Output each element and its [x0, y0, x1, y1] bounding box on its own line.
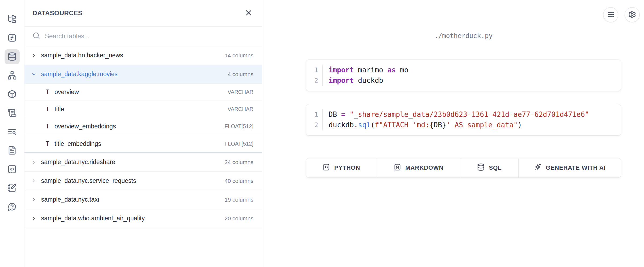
search-tables-input[interactable]	[45, 32, 254, 40]
settings-button[interactable]	[625, 7, 640, 22]
line-number: 1	[314, 65, 318, 75]
type-text-icon: T	[44, 88, 51, 96]
code-editor[interactable]: import marimo as mo import duckdb	[323, 65, 414, 86]
add-sql-cell-button[interactable]: SQL	[460, 158, 519, 177]
datasources-panel: DATASOURCES sample_data.hn.hacker_news 1…	[24, 0, 262, 267]
top-actions	[603, 7, 640, 22]
tables-list: sample_data.hn.hacker_news 14 columns sa…	[24, 46, 262, 267]
sidebar-item-dependencies[interactable]	[5, 68, 20, 83]
sidebar-item-logs[interactable]	[5, 106, 20, 121]
column-row-title[interactable]: T title VARCHAR	[24, 101, 262, 118]
type-text-icon: T	[44, 123, 51, 130]
notebook-pen-icon	[8, 183, 17, 193]
code-line: DB = "_share/sample_data/23b0d623-1361-4…	[329, 109, 589, 120]
panel-title: DATASOURCES	[32, 9, 82, 17]
database-icon	[477, 163, 485, 173]
close-panel-button[interactable]	[244, 9, 253, 18]
hamburger-menu-icon	[607, 10, 615, 19]
message-question-icon	[8, 202, 17, 212]
type-text-icon: T	[44, 140, 51, 147]
square-code-icon	[322, 163, 330, 173]
chevron-down-icon	[31, 72, 37, 77]
column-name: title_embeddings	[54, 140, 101, 147]
code-editor[interactable]: DB = "_share/sample_data/23b0d623-1361-4…	[323, 109, 595, 130]
sidebar-item-scratchpad[interactable]	[5, 181, 20, 196]
notebook-filename[interactable]: ./motherduck.py	[306, 32, 621, 40]
table-name: sample_data.nyc.rideshare	[41, 158, 115, 166]
panel-icon-rail	[0, 0, 24, 267]
table-columns-count: 14 columns	[225, 52, 253, 59]
file-text-icon	[8, 146, 17, 156]
column-type: FLOAT[512]	[225, 141, 253, 147]
table-name: sample_data.kaggle.movies	[41, 71, 118, 78]
sidebar-item-packages[interactable]	[5, 87, 20, 102]
scroll-text-icon	[8, 108, 17, 118]
sparkles-icon	[534, 163, 542, 173]
box-icon	[8, 90, 17, 99]
sidebar-item-datasources[interactable]	[5, 49, 20, 64]
chevron-right-icon	[31, 197, 37, 202]
sidebar-item-documentation[interactable]	[5, 143, 20, 158]
code-cell-imports[interactable]: 1 2 import marimo as mo import duckdb	[306, 60, 621, 91]
gear-icon	[628, 10, 636, 19]
line-number: 2	[314, 75, 318, 86]
column-type: VARCHAR	[228, 89, 253, 95]
search-tables-row	[24, 27, 262, 46]
table-row-rideshare[interactable]: sample_data.nyc.rideshare 24 columns	[24, 153, 262, 172]
add-markdown-cell-button[interactable]: MARKDOWN	[377, 158, 460, 177]
sidebar-item-file-explorer[interactable]	[5, 12, 20, 27]
chevron-right-icon	[31, 178, 37, 184]
network-icon	[8, 71, 17, 81]
text-search-icon	[8, 127, 17, 137]
code-line: duckdb.sql(f"ATTACH 'md:{DB}' AS sample_…	[329, 120, 589, 130]
chevron-right-icon	[31, 160, 37, 165]
table-name: sample_data.nyc.service_requests	[41, 177, 136, 184]
table-columns-group: T overview VARCHAR T title VARCHAR T ove…	[24, 84, 262, 153]
code-line: import marimo as mo	[329, 65, 408, 75]
table-row-taxi[interactable]: sample_data.nyc.taxi 19 columns	[24, 190, 262, 209]
generate-with-ai-button[interactable]: GENERATE WITH AI	[519, 158, 621, 177]
column-row-title-embeddings[interactable]: T title_embeddings FLOAT[512]	[24, 135, 262, 152]
table-row-service-requests[interactable]: sample_data.nyc.service_requests 40 colu…	[24, 172, 262, 190]
notebook-menu-button[interactable]	[603, 7, 618, 22]
line-number: 2	[314, 120, 318, 130]
sidebar-item-snippets[interactable]	[5, 162, 20, 177]
sidebar-item-chat[interactable]	[5, 199, 20, 214]
close-icon	[244, 9, 253, 18]
table-row-kaggle-movies[interactable]: sample_data.kaggle.movies 4 columns	[24, 65, 262, 84]
generate-with-ai-label: GENERATE WITH AI	[546, 164, 606, 171]
table-columns-count: 40 columns	[225, 178, 253, 184]
table-name: sample_data.who.ambient_air_quality	[41, 215, 145, 222]
table-row-hacker-news[interactable]: sample_data.hn.hacker_news 14 columns	[24, 46, 262, 65]
column-name: title	[54, 106, 64, 113]
search-icon	[32, 32, 40, 40]
database-icon	[8, 52, 17, 62]
code-cell-attach-db[interactable]: 1 2 DB = "_share/sample_data/23b0d623-13…	[306, 104, 621, 136]
line-number-gutter: 1 2	[306, 109, 323, 130]
table-columns-count: 19 columns	[225, 196, 253, 203]
chevron-right-icon	[31, 53, 37, 58]
datasources-panel-header: DATASOURCES	[24, 0, 262, 27]
add-sql-label: SQL	[489, 164, 502, 171]
line-number-gutter: 1 2	[306, 65, 323, 86]
table-row-ambient-air-quality[interactable]: sample_data.who.ambient_air_quality 20 c…	[24, 209, 262, 228]
column-row-overview[interactable]: T overview VARCHAR	[24, 84, 262, 101]
column-row-overview-embeddings[interactable]: T overview_embeddings FLOAT[512]	[24, 118, 262, 135]
notebook-content: ./motherduck.py 1 2 import marimo as mo …	[306, 32, 621, 177]
column-name: overview_embeddings	[54, 123, 116, 130]
column-name: overview	[54, 88, 79, 96]
table-columns-count: 24 columns	[225, 159, 253, 165]
square-m-icon	[394, 163, 401, 173]
add-python-label: PYTHON	[334, 164, 360, 171]
chevron-right-icon	[31, 216, 37, 221]
table-name: sample_data.nyc.taxi	[41, 196, 99, 203]
sidebar-item-variables[interactable]	[5, 31, 20, 46]
marimo-app: DATASOURCES sample_data.hn.hacker_news 1…	[0, 0, 644, 267]
column-type: VARCHAR	[228, 106, 253, 112]
add-python-cell-button[interactable]: PYTHON	[306, 158, 377, 177]
add-markdown-label: MARKDOWN	[405, 164, 443, 171]
sidebar-item-tracing[interactable]	[5, 124, 20, 139]
add-cell-bar: PYTHON MARKDOWN SQL GENERATE WITH AI	[306, 158, 621, 177]
column-type: FLOAT[512]	[225, 123, 253, 129]
notebook-main-area: ./motherduck.py 1 2 import marimo as mo …	[262, 0, 644, 267]
